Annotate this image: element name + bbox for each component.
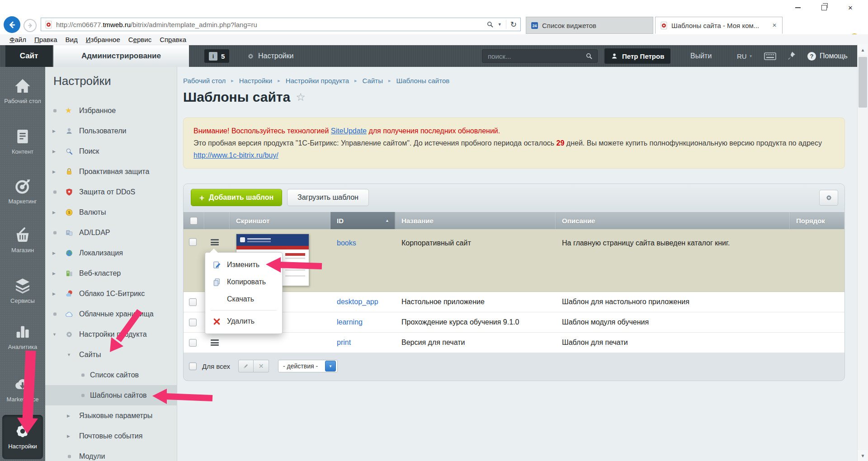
row-menu-icon[interactable]	[211, 339, 219, 346]
language-selector[interactable]: RU ▼	[737, 45, 753, 67]
context-menu-item-copy[interactable]: Копировать	[205, 273, 282, 291]
site-tab[interactable]: Сайт	[5, 45, 52, 67]
upload-template-button[interactable]: Загрузить шаблон	[287, 189, 369, 206]
search-dropdown-caret-icon[interactable]: ▼	[498, 22, 502, 27]
breadcrumb-item-2[interactable]: Настройки	[239, 77, 273, 85]
topbar-settings-button[interactable]: Настройки	[247, 45, 293, 67]
for-all-checkbox[interactable]	[189, 362, 197, 370]
header-id[interactable]: ID▲	[330, 212, 395, 229]
menubar-item-файл[interactable]: Файл	[5, 36, 30, 43]
template-id-link[interactable]: learning	[337, 318, 363, 326]
table-settings-button[interactable]	[819, 190, 838, 206]
context-menu-item-dot[interactable]: Скачать	[205, 291, 282, 308]
delete-selected-button[interactable]: ✕	[254, 360, 269, 372]
browser-tab-1[interactable]: 24Список виджетов	[526, 17, 653, 34]
tree-item-валюты[interactable]: ▶$Валюты	[45, 202, 177, 222]
search-icon[interactable]	[486, 21, 494, 28]
refresh-icon[interactable]: ↻	[510, 20, 517, 29]
breadcrumb-item-3[interactable]: Настройки продукта	[286, 77, 349, 85]
tree-item-языковые-параметры[interactable]: ▶Языковые параметры	[45, 405, 177, 426]
select-all-checkbox[interactable]	[190, 217, 198, 225]
chevron-right-icon[interactable]: ▶	[52, 271, 56, 275]
template-id-link[interactable]: desktop_app	[337, 298, 378, 306]
tree-item-пользователи[interactable]: ▶Пользователи	[45, 121, 177, 141]
search-icon[interactable]	[585, 52, 593, 60]
search-input[interactable]	[487, 52, 585, 61]
menubar-item-избранное[interactable]: Избранное	[82, 36, 124, 43]
siteupdate-link[interactable]: SiteUpdate	[331, 127, 367, 135]
table-row-print[interactable]: printВерсия для печатиШаблон для печати	[184, 333, 844, 353]
sidebar-item-basket[interactable]: Магазин	[0, 226, 45, 254]
sidebar-item-chart[interactable]: Аналитика	[0, 323, 45, 351]
chevron-right-icon[interactable]: ▶	[67, 434, 70, 438]
table-row-learning[interactable]: learningПрохождение курса обучения 9.1.0…	[184, 312, 844, 333]
chevron-right-icon[interactable]: ▶	[67, 414, 70, 418]
window-close-button[interactable]: ✕	[839, 1, 862, 14]
add-template-button[interactable]: + Добавить шаблон	[191, 189, 282, 206]
template-id-link[interactable]: print	[337, 339, 351, 347]
sidebar-item-home[interactable]: Рабочий стол	[0, 77, 45, 105]
scrollbar-thumb[interactable]	[859, 57, 867, 108]
favorite-star-icon[interactable]: ☆	[296, 91, 306, 103]
context-menu-item-edit[interactable]: Изменить	[205, 256, 282, 273]
user-menu[interactable]: Петр Петров	[604, 48, 670, 64]
tab-close-icon[interactable]: ✕	[771, 21, 778, 29]
browser-tab-2[interactable]: Шаблоны сайта - Моя ком...✕	[655, 17, 783, 34]
menubar-item-сервис[interactable]: Сервис	[124, 36, 156, 43]
scroll-down-button[interactable]: ▼	[858, 450, 868, 461]
sidebar-item-layers[interactable]: Сервисы	[0, 277, 45, 305]
logout-button[interactable]: Выйти	[690, 45, 712, 67]
menubar-item-правка[interactable]: Правка	[30, 36, 61, 43]
tree-item-поиск[interactable]: ▶Поиск	[45, 141, 177, 161]
tree-item-настройки-продукта[interactable]: ▼Настройки продукта	[45, 324, 177, 344]
tree-item-сайты[interactable]: ▼Сайты	[45, 344, 177, 365]
pin-icon[interactable]	[787, 51, 796, 61]
chevron-down-icon[interactable]: ▼	[67, 353, 71, 357]
template-id-link[interactable]: books	[337, 239, 356, 247]
window-restore-button[interactable]	[813, 1, 835, 14]
tree-item-модули[interactable]: Модули	[45, 446, 177, 461]
row-checkbox[interactable]	[189, 339, 197, 347]
back-button[interactable]	[4, 16, 20, 33]
table-row-books[interactable]: booksКорпоративный сайтНа главную страни…	[184, 229, 844, 292]
tree-item-облако-1с-битрикс[interactable]: ▶Облако 1С-Битрикс	[45, 283, 177, 304]
chevron-right-icon[interactable]: ▶	[52, 149, 56, 153]
header-description[interactable]: Описание	[556, 212, 790, 229]
row-checkbox[interactable]	[189, 238, 197, 246]
topbar-search[interactable]	[482, 49, 598, 63]
sidebar-item-cloud-download[interactable]: Marketplace	[0, 375, 45, 403]
table-row-desktop_app[interactable]: desktop_appНастольное приложениеШаблон д…	[184, 292, 844, 312]
sidebar-item-target[interactable]: Маркетинг	[0, 177, 45, 205]
tree-item-локализация[interactable]: ▶Локализация	[45, 243, 177, 263]
tree-item-список-сайтов[interactable]: Список сайтов	[45, 365, 177, 385]
header-screenshot[interactable]: Скриншот	[230, 212, 330, 229]
sidebar-item-gear[interactable]: Настройки	[2, 415, 43, 459]
row-checkbox[interactable]	[189, 298, 197, 306]
header-order[interactable]: Порядок	[790, 212, 844, 229]
context-menu-item-delete[interactable]: Удалить	[205, 313, 282, 330]
tree-item-избранное[interactable]: ★Избранное	[45, 100, 177, 121]
header-name[interactable]: Название	[395, 212, 556, 229]
window-minimize-button[interactable]	[787, 1, 809, 14]
chevron-right-icon[interactable]: ▶	[52, 129, 56, 133]
hotkeys-keyboard-icon[interactable]	[764, 52, 776, 60]
tree-item-защита-от-ddos[interactable]: Защита от DDoS	[45, 182, 177, 202]
tree-item-почтовые-события[interactable]: ▶Почтовые события	[45, 426, 177, 446]
scroll-up-button[interactable]: ▲	[858, 44, 868, 55]
notifications-counter[interactable]: i 5	[204, 49, 229, 63]
row-menu-icon[interactable]	[211, 239, 219, 245]
row-checkbox[interactable]	[189, 319, 197, 326]
tree-item-шаблоны-сайтов[interactable]: Шаблоны сайтов	[45, 385, 177, 405]
breadcrumb-item-1[interactable]: Рабочий стол	[183, 77, 226, 85]
edit-selected-button[interactable]	[238, 360, 254, 372]
breadcrumb-item-4[interactable]: Сайты	[363, 77, 383, 85]
breadcrumb-item-5[interactable]: Шаблоны сайтов	[396, 77, 449, 85]
chevron-right-icon[interactable]: ▶	[52, 169, 56, 174]
tree-item-веб-кластер[interactable]: ▶Веб-кластер	[45, 263, 177, 283]
actions-dropdown[interactable]: - действия - ▼	[278, 360, 338, 372]
tree-item-ad-ldap[interactable]: AD/LDAP	[45, 222, 177, 243]
chevron-down-icon[interactable]: ▼	[52, 332, 57, 336]
chevron-right-icon[interactable]: ▶	[52, 210, 56, 214]
chevron-right-icon[interactable]: ▶	[52, 292, 56, 296]
tree-item-проактивная-защита[interactable]: ▶Проактивная защита	[45, 161, 177, 182]
